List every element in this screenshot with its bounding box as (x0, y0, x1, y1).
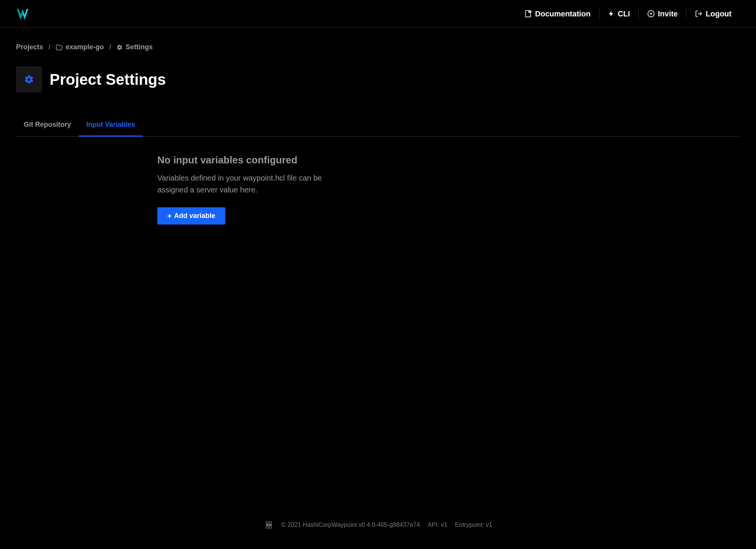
empty-state-description: Variables defined in your waypoint.hcl f… (157, 172, 337, 196)
plus-icon: + (167, 212, 172, 220)
breadcrumb: Projects / example-go / Settings (16, 43, 740, 51)
tabs: Git Repository Input Variables (16, 115, 740, 137)
add-variable-button-label: Add variable (174, 212, 215, 220)
nav-cli-label: CLI (618, 10, 630, 18)
breadcrumb-project-label: example-go (66, 43, 104, 51)
breadcrumb-settings-label: Settings (126, 43, 153, 51)
app-header: Documentation CLI Invite Logout (0, 0, 756, 28)
breadcrumb-separator: / (48, 43, 50, 51)
document-icon (524, 10, 532, 18)
add-variable-button[interactable]: + Add variable (157, 207, 225, 224)
top-nav: Documentation CLI Invite Logout (516, 9, 740, 19)
page-title-row: Project Settings (16, 66, 740, 92)
folder-icon (56, 44, 63, 51)
tab-content: No input variables configured Variables … (157, 137, 501, 240)
hashicorp-icon (264, 520, 274, 530)
gear-icon (24, 74, 34, 84)
footer-copyright: © 2021 HashiCorpWaypoint v0.4.0-465-g984… (281, 522, 420, 528)
waypoint-logo[interactable] (16, 7, 31, 21)
breadcrumb-settings[interactable]: Settings (116, 43, 153, 51)
footer-api-version: API: v1 (428, 522, 447, 528)
nav-invite[interactable]: Invite (639, 10, 686, 18)
nav-cli[interactable]: CLI (599, 10, 638, 18)
bolt-icon (608, 10, 615, 17)
app-footer: © 2021 HashiCorpWaypoint v0.4.0-465-g984… (0, 509, 756, 549)
tab-input-variables[interactable]: Input Variables (79, 115, 143, 137)
nav-logout-label: Logout (706, 10, 732, 18)
main-content: Projects / example-go / Settings Project… (0, 28, 756, 509)
breadcrumb-project[interactable]: example-go (56, 43, 104, 51)
nav-logout[interactable]: Logout (687, 10, 740, 18)
page-title-icon-box (16, 66, 42, 92)
empty-state-heading: No input variables configured (157, 154, 501, 166)
page-title: Project Settings (50, 71, 166, 88)
breadcrumb-separator: / (109, 43, 111, 51)
gear-icon (116, 44, 123, 50)
footer-entrypoint-version: Entrypoint: v1 (455, 522, 493, 528)
breadcrumb-projects[interactable]: Projects (16, 43, 43, 51)
nav-invite-label: Invite (658, 10, 678, 18)
nav-documentation-label: Documentation (535, 10, 591, 18)
nav-documentation[interactable]: Documentation (516, 10, 599, 18)
breadcrumb-projects-label: Projects (16, 43, 43, 51)
plus-circle-icon (647, 10, 655, 18)
logout-icon (695, 10, 703, 18)
tab-git-repository[interactable]: Git Repository (16, 115, 79, 137)
